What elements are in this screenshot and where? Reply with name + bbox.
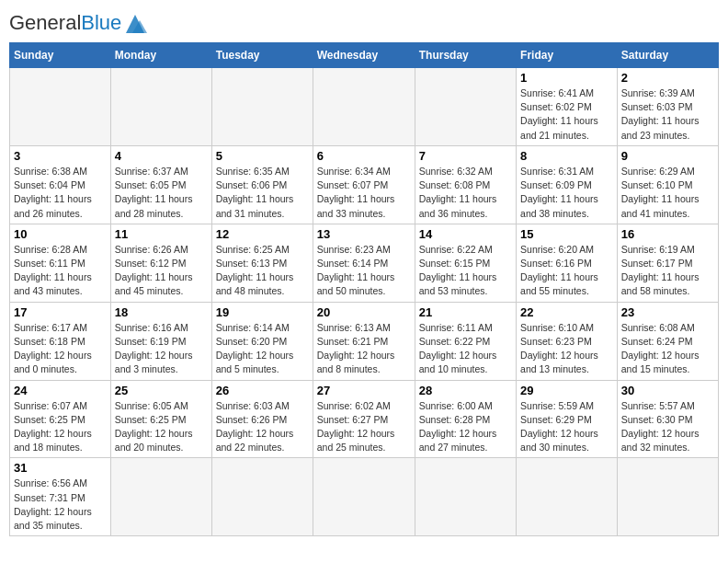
day-cell: 25Sunrise: 6:05 AM Sunset: 6:25 PM Dayli… — [110, 380, 211, 458]
logo-text: GeneralBlue — [9, 13, 121, 33]
day-info: Sunrise: 6:28 AM Sunset: 6:11 PM Dayligh… — [14, 243, 107, 299]
day-cell — [313, 68, 415, 146]
day-info: Sunrise: 6:29 AM Sunset: 6:10 PM Dayligh… — [621, 165, 714, 221]
day-cell: 4Sunrise: 6:37 AM Sunset: 6:05 PM Daylig… — [110, 145, 211, 224]
day-cell — [211, 458, 313, 536]
day-cell: 30Sunrise: 5:57 AM Sunset: 6:30 PM Dayli… — [617, 380, 718, 458]
logo-icon — [121, 11, 149, 37]
day-number: 2 — [621, 71, 714, 85]
day-number: 26 — [216, 384, 309, 397]
day-number: 9 — [621, 149, 714, 163]
day-info: Sunrise: 6:16 AM Sunset: 6:19 PM Dayligh… — [115, 321, 208, 377]
week-row-0: 1Sunrise: 6:41 AM Sunset: 6:02 PM Daylig… — [10, 68, 719, 146]
calendar-table: SundayMondayTuesdayWednesdayThursdayFrid… — [9, 42, 719, 536]
day-number: 20 — [317, 305, 411, 319]
day-cell: 22Sunrise: 6:10 AM Sunset: 6:23 PM Dayli… — [517, 302, 618, 380]
day-number: 3 — [14, 149, 107, 163]
day-info: Sunrise: 6:05 AM Sunset: 6:25 PM Dayligh… — [115, 399, 208, 455]
week-row-3: 17Sunrise: 6:17 AM Sunset: 6:18 PM Dayli… — [10, 302, 719, 380]
day-info: Sunrise: 6:26 AM Sunset: 6:12 PM Dayligh… — [115, 243, 208, 299]
day-info: Sunrise: 6:03 AM Sunset: 6:26 PM Dayligh… — [216, 399, 309, 455]
day-number: 7 — [419, 149, 512, 163]
day-cell: 14Sunrise: 6:22 AM Sunset: 6:15 PM Dayli… — [415, 224, 516, 302]
day-number: 21 — [419, 305, 512, 319]
day-info: Sunrise: 6:32 AM Sunset: 6:08 PM Dayligh… — [419, 165, 512, 221]
day-info: Sunrise: 6:07 AM Sunset: 6:25 PM Dayligh… — [14, 399, 107, 455]
weekday-saturday: Saturday — [617, 43, 718, 68]
day-cell — [211, 68, 313, 146]
day-cell — [10, 68, 111, 146]
day-cell: 19Sunrise: 6:14 AM Sunset: 6:20 PM Dayli… — [211, 302, 313, 380]
day-cell: 27Sunrise: 6:02 AM Sunset: 6:27 PM Dayli… — [313, 380, 415, 458]
day-number: 29 — [520, 384, 613, 397]
day-info: Sunrise: 6:17 AM Sunset: 6:18 PM Dayligh… — [14, 321, 107, 377]
header: GeneralBlue — [9, 9, 719, 37]
day-number: 30 — [621, 384, 714, 397]
day-cell: 17Sunrise: 6:17 AM Sunset: 6:18 PM Dayli… — [10, 302, 111, 380]
day-info: Sunrise: 6:00 AM Sunset: 6:28 PM Dayligh… — [419, 399, 512, 455]
day-number: 5 — [216, 149, 309, 163]
day-info: Sunrise: 5:59 AM Sunset: 6:29 PM Dayligh… — [520, 399, 613, 455]
day-number: 11 — [115, 227, 208, 241]
day-cell: 10Sunrise: 6:28 AM Sunset: 6:11 PM Dayli… — [10, 224, 111, 302]
day-cell: 16Sunrise: 6:19 AM Sunset: 6:17 PM Dayli… — [617, 224, 718, 302]
day-number: 27 — [317, 384, 411, 397]
day-number: 24 — [14, 384, 107, 397]
day-number: 18 — [115, 305, 208, 319]
logo: GeneralBlue — [9, 9, 149, 37]
day-number: 4 — [115, 149, 208, 163]
weekday-thursday: Thursday — [415, 43, 516, 68]
day-cell: 26Sunrise: 6:03 AM Sunset: 6:26 PM Dayli… — [211, 380, 313, 458]
day-info: Sunrise: 6:02 AM Sunset: 6:27 PM Dayligh… — [317, 399, 411, 455]
day-info: Sunrise: 5:57 AM Sunset: 6:30 PM Dayligh… — [621, 399, 714, 455]
day-cell — [415, 458, 516, 536]
week-row-1: 3Sunrise: 6:38 AM Sunset: 6:04 PM Daylig… — [10, 145, 719, 224]
day-cell: 1Sunrise: 6:41 AM Sunset: 6:02 PM Daylig… — [517, 68, 618, 146]
day-number: 8 — [520, 149, 613, 163]
week-row-4: 24Sunrise: 6:07 AM Sunset: 6:25 PM Dayli… — [10, 380, 719, 458]
day-cell: 20Sunrise: 6:13 AM Sunset: 6:21 PM Dayli… — [313, 302, 415, 380]
day-cell: 6Sunrise: 6:34 AM Sunset: 6:07 PM Daylig… — [313, 145, 415, 224]
day-number: 6 — [317, 149, 411, 163]
weekday-tuesday: Tuesday — [211, 43, 313, 68]
week-row-5: 31Sunrise: 6:56 AM Sunset: 7:31 PM Dayli… — [10, 458, 719, 536]
weekday-wednesday: Wednesday — [313, 43, 415, 68]
day-cell: 2Sunrise: 6:39 AM Sunset: 6:03 PM Daylig… — [617, 68, 718, 146]
day-cell — [517, 458, 618, 536]
day-number: 12 — [216, 227, 309, 241]
day-number: 1 — [520, 71, 613, 85]
logo-blue: Blue — [81, 11, 121, 34]
day-cell: 9Sunrise: 6:29 AM Sunset: 6:10 PM Daylig… — [617, 145, 718, 224]
day-info: Sunrise: 6:20 AM Sunset: 6:16 PM Dayligh… — [520, 243, 613, 299]
day-info: Sunrise: 6:08 AM Sunset: 6:24 PM Dayligh… — [621, 321, 714, 377]
day-info: Sunrise: 6:22 AM Sunset: 6:15 PM Dayligh… — [419, 243, 512, 299]
day-info: Sunrise: 6:41 AM Sunset: 6:02 PM Dayligh… — [520, 86, 613, 143]
day-cell — [617, 458, 718, 536]
day-cell: 21Sunrise: 6:11 AM Sunset: 6:22 PM Dayli… — [415, 302, 516, 380]
weekday-friday: Friday — [517, 43, 618, 68]
day-info: Sunrise: 6:31 AM Sunset: 6:09 PM Dayligh… — [520, 165, 613, 221]
day-number: 23 — [621, 305, 714, 319]
day-number: 25 — [115, 384, 208, 397]
week-row-2: 10Sunrise: 6:28 AM Sunset: 6:11 PM Dayli… — [10, 224, 719, 302]
page: GeneralBlue SundayMondayTuesdayWednesday… — [0, 0, 728, 546]
day-cell: 8Sunrise: 6:31 AM Sunset: 6:09 PM Daylig… — [517, 145, 618, 224]
day-cell: 7Sunrise: 6:32 AM Sunset: 6:08 PM Daylig… — [415, 145, 516, 224]
day-number: 16 — [621, 227, 714, 241]
day-number: 19 — [216, 305, 309, 319]
day-cell — [415, 68, 516, 146]
logo-general: General — [9, 11, 81, 34]
day-cell: 11Sunrise: 6:26 AM Sunset: 6:12 PM Dayli… — [110, 224, 211, 302]
day-info: Sunrise: 6:56 AM Sunset: 7:31 PM Dayligh… — [14, 477, 107, 533]
day-info: Sunrise: 6:23 AM Sunset: 6:14 PM Dayligh… — [317, 243, 411, 299]
day-cell: 5Sunrise: 6:35 AM Sunset: 6:06 PM Daylig… — [211, 145, 313, 224]
day-info: Sunrise: 6:25 AM Sunset: 6:13 PM Dayligh… — [216, 243, 309, 299]
day-cell: 31Sunrise: 6:56 AM Sunset: 7:31 PM Dayli… — [10, 458, 111, 536]
day-info: Sunrise: 6:39 AM Sunset: 6:03 PM Dayligh… — [621, 86, 714, 143]
day-info: Sunrise: 6:37 AM Sunset: 6:05 PM Dayligh… — [115, 165, 208, 221]
day-cell: 15Sunrise: 6:20 AM Sunset: 6:16 PM Dayli… — [517, 224, 618, 302]
weekday-monday: Monday — [110, 43, 211, 68]
day-number: 13 — [317, 227, 411, 241]
day-cell: 12Sunrise: 6:25 AM Sunset: 6:13 PM Dayli… — [211, 224, 313, 302]
day-info: Sunrise: 6:13 AM Sunset: 6:21 PM Dayligh… — [317, 321, 411, 377]
